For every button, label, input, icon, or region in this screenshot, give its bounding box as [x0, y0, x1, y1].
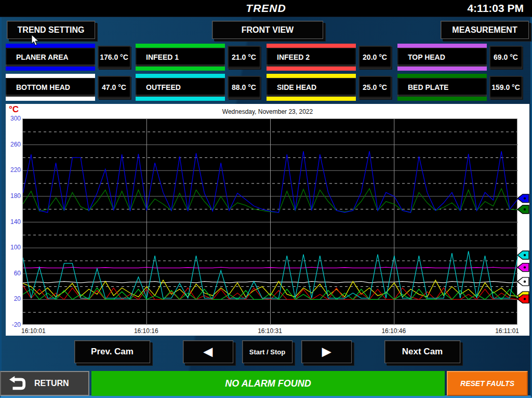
channel-value-planer-area: 176.0 °C: [98, 46, 130, 69]
series-end-markers: [517, 118, 529, 325]
y-tick-label: 220: [6, 166, 21, 174]
clock: 4:11:03 PM: [467, 2, 524, 15]
channel-value-infeed-2: 20.0 °C: [358, 46, 391, 69]
channel-name-label: SIDE HEAD: [267, 78, 356, 97]
title-bar: TREND 4:11:03 PM: [0, 0, 532, 17]
return-button[interactable]: RETURN: [0, 371, 89, 396]
y-tick-label: -20: [6, 321, 21, 328]
channel-color-stripe: [6, 74, 95, 78]
channel-button-bed-plate[interactable]: BED PLATE: [397, 74, 487, 101]
reset-faults-label: RESET FAULTS: [460, 379, 514, 388]
channel-color-stripe: [136, 97, 225, 101]
trend-chart-panel: °C Wednesday, November 23, 2022 30026022…: [6, 104, 529, 336]
plot-area: [22, 118, 517, 325]
end-marker-outfeed: [517, 251, 529, 259]
x-tick-label: 16:10:16: [134, 327, 158, 335]
end-marker-planer-area: [517, 194, 529, 203]
y-tick-label: 300: [6, 115, 21, 122]
next-cam-button[interactable]: Next Cam: [384, 340, 460, 363]
channel-value-infeed-1: 21.0 °C: [228, 46, 260, 69]
alarm-status-banner: NO ALARM FOUND: [91, 371, 445, 396]
start-stop-button[interactable]: Start / Stop: [242, 340, 292, 363]
channel-button-planer-area[interactable]: PLANER AREA: [6, 44, 95, 71]
channel-color-stripe: [6, 67, 95, 71]
channel-color-stripe: [136, 44, 225, 48]
channel-color-stripe: [397, 67, 487, 71]
channel-color-stripe: [397, 74, 487, 78]
x-tick-label: 16:10:31: [258, 327, 282, 335]
channel-color-stripe: [267, 97, 356, 101]
channel-value-outfeed: 88.0 °C: [228, 76, 260, 99]
channel-value-side-head: 25.0 °C: [358, 76, 391, 99]
x-tick-label: 16:10:46: [381, 327, 406, 335]
channel-button-bottom-head[interactable]: BOTTOM HEAD: [6, 74, 95, 101]
channel-color-stripe: [136, 74, 225, 78]
channel-name-label: OUTFEED: [136, 78, 225, 97]
channel-value-bottom-head: 47.0 °C: [98, 76, 130, 99]
channel-color-stripe: [6, 97, 95, 101]
channel-name-label: INFEED 2: [267, 48, 356, 67]
measurement-button[interactable]: MEASUREMENT: [441, 21, 529, 39]
y-tick-label: 260: [6, 141, 21, 148]
end-marker-bed-plate: [517, 205, 529, 214]
chart-title: Wednesday, November 23, 2022: [6, 108, 529, 115]
reset-faults-button[interactable]: RESET FAULTS: [447, 371, 528, 396]
channel-color-stripe: [136, 67, 225, 71]
channel-color-stripe: [267, 44, 356, 48]
mouse-cursor-icon: [31, 34, 39, 47]
channel-button-infeed-2[interactable]: INFEED 2: [267, 44, 356, 71]
y-tick-label: 100: [6, 244, 21, 251]
prev-cam-button[interactable]: Prev. Cam: [74, 340, 150, 363]
channel-name-label: PLANER AREA: [6, 48, 95, 67]
scroll-back-button[interactable]: ◀: [183, 340, 233, 363]
scroll-forward-button[interactable]: ▶: [301, 340, 352, 363]
alarm-status-text: NO ALARM FOUND: [225, 378, 311, 389]
channel-color-stripe: [397, 97, 487, 101]
page-title: TREND: [0, 2, 532, 15]
channel-name-label: TOP HEAD: [397, 48, 487, 67]
front-view-button[interactable]: FRONT VIEW: [212, 21, 323, 39]
y-tick-label: 60: [6, 270, 21, 277]
hmi-screen: TREND 4:11:03 PM TREND SETTING FRONT VIE…: [0, 0, 532, 398]
channel-button-top-head[interactable]: TOP HEAD: [397, 44, 487, 71]
x-tick-label: 16:10:01: [21, 327, 46, 335]
channel-button-outfeed[interactable]: OUTFEED: [136, 74, 225, 101]
y-tick-label: 20: [6, 295, 21, 302]
trend-setting-button[interactable]: TREND SETTING: [7, 21, 95, 39]
return-arrow-icon: [8, 375, 26, 392]
status-bar: RETURN NO ALARM FOUND RESET FAULTS: [0, 371, 532, 396]
return-label: RETURN: [34, 379, 69, 388]
end-marker-top-head: [517, 263, 529, 272]
x-tick-label: 16:11:01: [495, 327, 519, 335]
channel-color-stripe: [267, 67, 356, 71]
channel-color-stripe: [6, 44, 95, 48]
channel-name-label: INFEED 1: [136, 48, 225, 67]
channel-color-stripe: [267, 74, 356, 78]
channel-name-label: BED PLATE: [397, 78, 487, 97]
channel-button-infeed-1[interactable]: INFEED 1: [136, 44, 225, 71]
channel-button-side-head[interactable]: SIDE HEAD: [267, 74, 356, 101]
channel-name-label: BOTTOM HEAD: [6, 78, 95, 97]
end-marker-bottom-head: [517, 277, 529, 286]
channel-color-stripe: [397, 44, 487, 48]
y-tick-label: 180: [6, 192, 21, 200]
trend-lines: [23, 119, 518, 325]
channel-value-top-head: 69.0 °C: [489, 46, 522, 69]
y-tick-label: 140: [6, 218, 21, 225]
channel-value-bed-plate: 159.0 °C: [489, 76, 522, 99]
